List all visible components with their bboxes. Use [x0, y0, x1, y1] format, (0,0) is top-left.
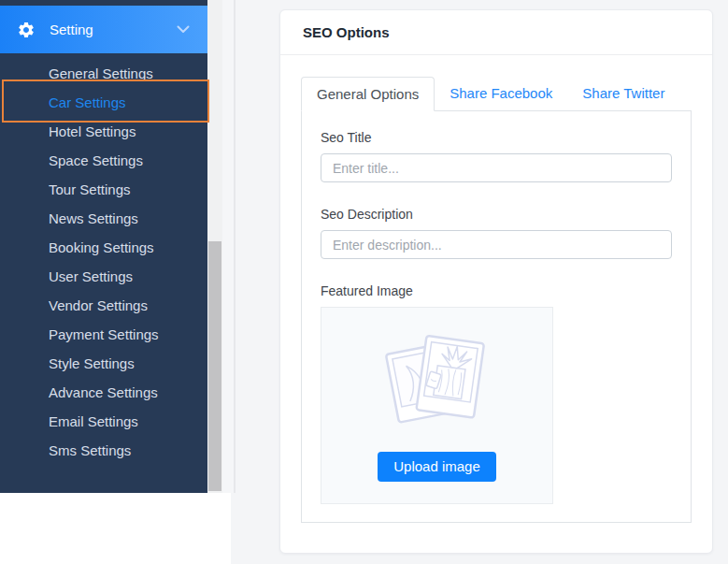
featured-image-group: Featured Image	[321, 283, 672, 504]
upload-image-button[interactable]: Upload image	[378, 452, 496, 482]
card-header: SEO Options	[280, 10, 712, 55]
sidebar-item-advance-settings[interactable]: Advance Settings	[0, 378, 207, 407]
seo-title-label: Seo Title	[321, 130, 672, 145]
sidebar-item-car-settings[interactable]: Car Settings	[0, 88, 207, 117]
seo-description-group: Seo Description	[321, 207, 672, 259]
sidebar-scrollbar-thumb[interactable]	[208, 241, 221, 491]
chevron-down-icon	[177, 25, 190, 34]
tab-general-options[interactable]: General Options	[301, 77, 435, 111]
sidebar-item-payment-settings[interactable]: Payment Settings	[0, 320, 207, 349]
seo-title-group: Seo Title	[321, 130, 672, 182]
tab-share-facebook[interactable]: Share Facebook	[435, 77, 567, 111]
settings-sidebar: Setting General Settings Car Settings Ho…	[0, 0, 207, 493]
sidebar-item-user-settings[interactable]: User Settings	[0, 262, 207, 291]
card-body: General Options Share Facebook Share Twi…	[280, 55, 712, 523]
general-options-panel: Seo Title Seo Description Featured Image	[301, 110, 692, 523]
seo-description-input[interactable]	[321, 230, 672, 259]
content-left-divider	[234, 0, 236, 493]
sidebar-item-style-settings[interactable]: Style Settings	[0, 349, 207, 378]
seo-options-card: SEO Options General Options Share Facebo…	[279, 9, 713, 554]
seo-description-label: Seo Description	[321, 207, 672, 222]
card-title: SEO Options	[303, 24, 390, 40]
image-placeholder-illustration	[381, 330, 493, 444]
seo-title-input[interactable]	[321, 153, 672, 182]
sidebar-gap-strip	[222, 0, 234, 493]
sidebar-header-label: Setting	[50, 22, 93, 37]
sidebar-item-vendor-settings[interactable]: Vendor Settings	[0, 291, 207, 320]
featured-image-label: Featured Image	[321, 283, 672, 298]
sidebar-item-hotel-settings[interactable]: Hotel Settings	[0, 117, 207, 146]
app-screen: Setting General Settings Car Settings Ho…	[0, 0, 728, 564]
sidebar-item-booking-settings[interactable]: Booking Settings	[0, 233, 207, 262]
gear-icon	[17, 21, 36, 39]
sidebar-item-email-settings[interactable]: Email Settings	[0, 407, 207, 436]
tab-share-twitter[interactable]: Share Twitter	[567, 77, 679, 111]
sidebar-item-sms-settings[interactable]: Sms Settings	[0, 436, 207, 465]
sidebar-item-news-settings[interactable]: News Settings	[0, 204, 207, 233]
seo-tab-bar: General Options Share Facebook Share Twi…	[301, 77, 692, 111]
sidebar-item-tour-settings[interactable]: Tour Settings	[0, 175, 207, 204]
sidebar-settings-nav: General Settings Car Settings Hotel Sett…	[0, 59, 207, 465]
sidebar-item-general-settings[interactable]: General Settings	[0, 59, 207, 88]
sidebar-setting-menu-header[interactable]: Setting	[0, 6, 207, 53]
sidebar-item-space-settings[interactable]: Space Settings	[0, 146, 207, 175]
featured-image-dropzone[interactable]: Upload image	[321, 307, 553, 504]
